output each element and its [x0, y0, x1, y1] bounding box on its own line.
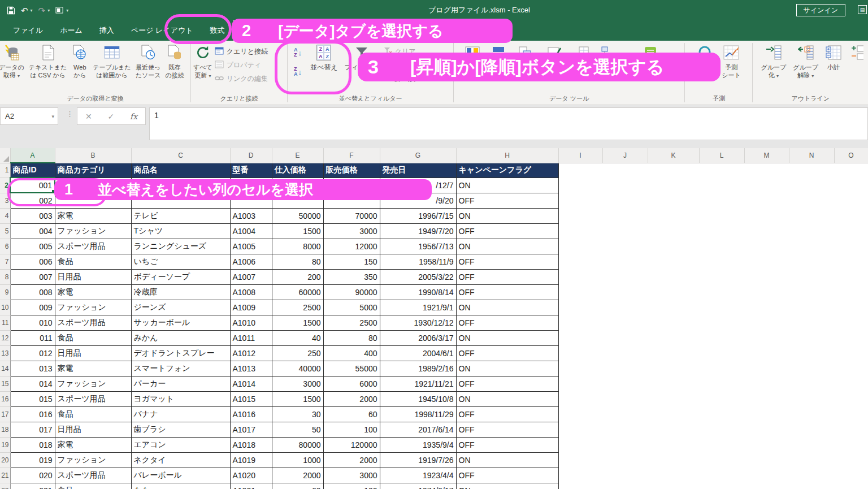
cell-flag[interactable]: OFF	[456, 193, 558, 208]
cell-date[interactable]: 1958/11/9	[380, 254, 456, 269]
save-icon[interactable]	[7, 6, 15, 15]
cell[interactable]	[648, 361, 699, 376]
cell-id[interactable]: 005	[10, 239, 55, 254]
cell-date[interactable]: 1921/11/21	[380, 376, 456, 391]
cell[interactable]	[834, 163, 868, 178]
header-cell-7[interactable]: キャンペーンフラグ	[456, 163, 558, 178]
cell[interactable]	[699, 406, 744, 422]
cell-category[interactable]: 家電	[55, 208, 131, 223]
cell[interactable]	[789, 300, 834, 315]
cell[interactable]	[558, 422, 602, 437]
row-header-19[interactable]: 19	[0, 437, 10, 452]
cell[interactable]	[699, 269, 744, 284]
cell[interactable]	[648, 452, 699, 468]
row-header-5[interactable]: 5	[0, 223, 10, 239]
cell-model[interactable]: A1007	[230, 269, 272, 284]
header-cell-0[interactable]: 商品ID	[10, 163, 55, 178]
cell[interactable]	[699, 330, 744, 345]
cell-category[interactable]: ファッション	[55, 223, 131, 239]
cell[interactable]	[648, 330, 699, 345]
cell-date[interactable]: 1956/7/13	[380, 239, 456, 254]
cell[interactable]	[602, 391, 648, 406]
cell-date[interactable]: 1930/12/12	[380, 315, 456, 330]
cell-name[interactable]: ジーンズ	[131, 300, 230, 315]
cell[interactable]	[744, 391, 789, 406]
cell-id[interactable]: 018	[10, 437, 55, 452]
header-cell-1[interactable]: 商品カテゴリ	[55, 163, 131, 178]
column-header-O[interactable]: O	[834, 148, 868, 163]
cell[interactable]	[789, 315, 834, 330]
cell-id[interactable]: 011	[10, 330, 55, 345]
tab-home[interactable]: ホーム	[51, 20, 91, 41]
cell[interactable]	[602, 254, 648, 269]
header-cell-3[interactable]: 型番	[230, 163, 272, 178]
row-header-8[interactable]: 8	[0, 269, 10, 284]
cell-name[interactable]: エアコン	[131, 437, 230, 452]
row-header-1[interactable]: 1	[0, 163, 10, 178]
cell[interactable]	[789, 391, 834, 406]
cell[interactable]	[648, 483, 699, 489]
cell-name[interactable]: デオドラントスプレー	[131, 345, 230, 361]
column-header-N[interactable]: N	[789, 148, 834, 163]
cell-id[interactable]: 006	[10, 254, 55, 269]
cell[interactable]	[789, 468, 834, 483]
cell[interactable]	[699, 376, 744, 391]
column-header-L[interactable]: L	[699, 148, 744, 163]
cell-category[interactable]: スポーツ用品	[55, 468, 131, 483]
column-header-M[interactable]: M	[744, 148, 789, 163]
cell[interactable]	[558, 208, 602, 223]
cell-price[interactable]: 150	[323, 254, 380, 269]
show-hide-detail-buttons[interactable]	[847, 42, 868, 80]
cell-price[interactable]: 6000	[323, 376, 380, 391]
cell-name[interactable]: ボディーソープ	[131, 269, 230, 284]
cell[interactable]	[699, 193, 744, 208]
cell-category[interactable]: ファッション	[55, 300, 131, 315]
cell-date[interactable]: 2005/3/22	[380, 269, 456, 284]
row-header-22[interactable]: 22	[0, 483, 10, 489]
cell-name[interactable]: スマートフォン	[131, 361, 230, 376]
subtotal-button[interactable]: 小計	[823, 42, 844, 80]
cell-category[interactable]: 食品	[55, 483, 131, 489]
cell[interactable]	[648, 391, 699, 406]
cell-price[interactable]: 60	[323, 406, 380, 422]
row-header-11[interactable]: 11	[0, 315, 10, 330]
cell[interactable]	[602, 269, 648, 284]
cell[interactable]	[558, 452, 602, 468]
cell-price[interactable]: 3000	[323, 223, 380, 239]
header-cell-4[interactable]: 仕入価格	[272, 163, 323, 178]
insert-function-icon[interactable]: fx	[130, 112, 137, 121]
cell-flag[interactable]: ON	[456, 391, 558, 406]
cell[interactable]	[558, 163, 602, 178]
cell-cost[interactable]: 80000	[272, 437, 323, 452]
cell[interactable]	[834, 254, 868, 269]
name-box-dropdown-icon[interactable]: ▾	[51, 114, 54, 119]
cell[interactable]	[558, 239, 602, 254]
cell-id[interactable]: 013	[10, 361, 55, 376]
cell[interactable]	[602, 223, 648, 239]
cell[interactable]	[558, 483, 602, 489]
cell[interactable]	[648, 300, 699, 315]
cell[interactable]	[744, 269, 789, 284]
cell[interactable]	[558, 254, 602, 269]
cell[interactable]	[834, 437, 868, 452]
cell-cost[interactable]: 40000	[272, 361, 323, 376]
undo-dropdown-icon[interactable]: ▾	[31, 8, 33, 13]
cell[interactable]	[558, 193, 602, 208]
cell-cost[interactable]: 1000	[272, 452, 323, 468]
cell[interactable]	[744, 330, 789, 345]
cell[interactable]	[834, 284, 868, 300]
cell-category[interactable]: ファッション	[55, 376, 131, 391]
cell[interactable]	[744, 208, 789, 223]
cell[interactable]	[744, 452, 789, 468]
cell[interactable]	[648, 239, 699, 254]
cell[interactable]	[602, 422, 648, 437]
column-header-D[interactable]: D	[230, 148, 272, 163]
cell[interactable]	[558, 468, 602, 483]
cell[interactable]	[602, 178, 648, 193]
cell-date[interactable]: 1996/7/15	[380, 208, 456, 223]
cell[interactable]	[558, 269, 602, 284]
cell[interactable]	[558, 406, 602, 422]
ribbon-display-options-icon[interactable]: ▤	[858, 5, 867, 14]
cell[interactable]	[834, 483, 868, 489]
cell[interactable]	[699, 437, 744, 452]
